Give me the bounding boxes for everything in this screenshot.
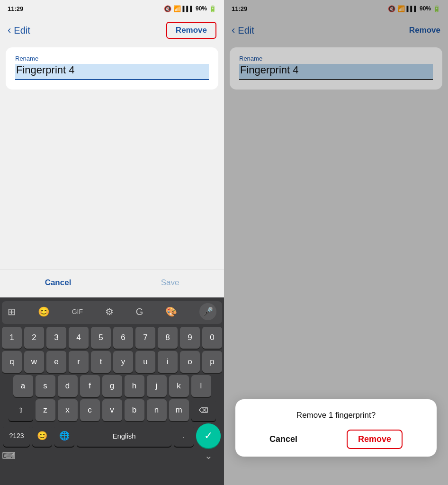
key-y[interactable]: y: [113, 351, 133, 373]
save-button-left[interactable]: Save: [161, 278, 179, 287]
key-h[interactable]: h: [125, 375, 144, 397]
key-2[interactable]: 2: [24, 327, 44, 349]
dialog-overlay: Remove 1 fingerprint? Cancel Remove: [224, 0, 448, 485]
key-k[interactable]: k: [169, 375, 189, 397]
nav-title-left: Edit: [14, 25, 30, 36]
key-8[interactable]: 8: [158, 327, 178, 349]
key-g[interactable]: g: [102, 375, 122, 397]
remove-button-left[interactable]: Remove: [166, 22, 216, 39]
shift-key[interactable]: ⇧: [9, 399, 33, 421]
key-l[interactable]: l: [191, 375, 211, 397]
key-e[interactable]: e: [46, 351, 66, 373]
content-card-left: Rename Fingerprint 4: [6, 47, 218, 90]
key-5[interactable]: 5: [91, 327, 111, 349]
key-w[interactable]: w: [24, 351, 44, 373]
key-s[interactable]: s: [36, 375, 55, 397]
key-1[interactable]: 1: [2, 327, 22, 349]
chevron-left-icon: ‹: [8, 24, 11, 36]
key-p[interactable]: p: [202, 351, 222, 373]
key-3[interactable]: 3: [46, 327, 66, 349]
translate-icon[interactable]: G: [136, 306, 143, 317]
dialog-box: Remove 1 fingerprint? Cancel Remove: [235, 399, 437, 457]
wifi-icon: 📶: [173, 5, 181, 12]
dialog-remove-button[interactable]: Remove: [347, 430, 403, 449]
period-key[interactable]: .: [174, 425, 194, 447]
nav-bar-left: ‹ Edit Remove: [0, 17, 224, 44]
chevron-down-icon[interactable]: ⌄: [205, 450, 213, 461]
keyboard-toolbar: ⊞ 😊 GIF ⚙ G 🎨 🎤: [2, 301, 222, 324]
status-icons-left: 🔇 📶 ▌▌▌ 90% 🔋: [164, 5, 216, 12]
bottom-row: ?123 😊 🌐 English . ✓: [2, 423, 222, 448]
battery-icon-left: 🔋: [209, 5, 216, 12]
time-left: 11:29: [8, 5, 23, 12]
key-u[interactable]: u: [135, 351, 155, 373]
key-o[interactable]: o: [180, 351, 200, 373]
keyboard: ⊞ 😊 GIF ⚙ G 🎨 🎤 1 2 3 4 5 6 7 8 9 0 q w: [0, 297, 224, 485]
emoji-icon[interactable]: 😊: [38, 306, 50, 317]
key-9[interactable]: 9: [180, 327, 200, 349]
key-f[interactable]: f: [80, 375, 100, 397]
space-key[interactable]: English: [77, 425, 171, 447]
rename-label-left: Rename: [15, 55, 209, 62]
right-panel: 11:29 🔇 📶 ▌▌▌ 90% 🔋 ‹ Edit Remove Rename…: [224, 0, 448, 485]
action-bar-left: Cancel Save: [0, 269, 224, 296]
key-z[interactable]: z: [36, 399, 55, 421]
key-0[interactable]: 0: [202, 327, 222, 349]
key-x[interactable]: x: [58, 399, 78, 421]
key-6[interactable]: 6: [113, 327, 133, 349]
key-j[interactable]: j: [147, 375, 167, 397]
nav-handle: ⌨ ⌄: [2, 448, 222, 463]
rename-input-left[interactable]: Fingerprint 4: [15, 64, 209, 80]
number-row: 1 2 3 4 5 6 7 8 9 0: [2, 327, 222, 349]
cancel-button-left[interactable]: Cancel: [45, 278, 72, 287]
dialog-message: Remove 1 fingerprint?: [245, 411, 427, 420]
globe-key[interactable]: 🌐: [54, 425, 74, 447]
key-r[interactable]: r: [69, 351, 89, 373]
asdf-row: a s d f g h j k l: [2, 375, 222, 397]
delete-key[interactable]: ⌫: [191, 399, 216, 421]
key-t[interactable]: t: [91, 351, 111, 373]
key-v[interactable]: v: [102, 399, 122, 421]
dialog-actions: Cancel Remove: [245, 430, 427, 449]
enter-key[interactable]: ✓: [196, 423, 221, 448]
keyboard-handle-icon: ⌨: [2, 450, 16, 461]
settings-icon[interactable]: ⚙: [105, 306, 114, 317]
apps-icon[interactable]: ⊞: [8, 306, 16, 317]
dialog-cancel-button[interactable]: Cancel: [269, 434, 297, 444]
key-d[interactable]: d: [58, 375, 78, 397]
key-n[interactable]: n: [147, 399, 167, 421]
qwerty-row: q w e r t y u i o p: [2, 351, 222, 373]
key-c[interactable]: c: [80, 399, 100, 421]
left-panel: 11:29 🔇 📶 ▌▌▌ 90% 🔋 ‹ Edit Remove Rename…: [0, 0, 224, 485]
battery-left: 90%: [196, 5, 207, 12]
key-b[interactable]: b: [125, 399, 144, 421]
signal-icon: ▌▌▌: [183, 6, 194, 11]
numbers-key[interactable]: ?123: [3, 425, 30, 447]
mic-icon: 🎤: [203, 306, 213, 317]
paint-icon[interactable]: 🎨: [165, 306, 177, 317]
key-i[interactable]: i: [158, 351, 178, 373]
gif-button[interactable]: GIF: [72, 308, 83, 315]
status-bar-left: 11:29 🔇 📶 ▌▌▌ 90% 🔋: [0, 0, 224, 17]
emoji-key[interactable]: 😊: [32, 425, 52, 447]
key-m[interactable]: m: [169, 399, 189, 421]
key-7[interactable]: 7: [135, 327, 155, 349]
key-4[interactable]: 4: [69, 327, 89, 349]
mic-button[interactable]: 🎤: [199, 303, 216, 320]
mute-icon: 🔇: [164, 5, 171, 12]
key-q[interactable]: q: [2, 351, 22, 373]
zxcv-row: ⇧ z x c v b n m ⌫: [2, 399, 222, 421]
back-button-left[interactable]: ‹ Edit: [8, 24, 30, 36]
key-a[interactable]: a: [13, 375, 33, 397]
